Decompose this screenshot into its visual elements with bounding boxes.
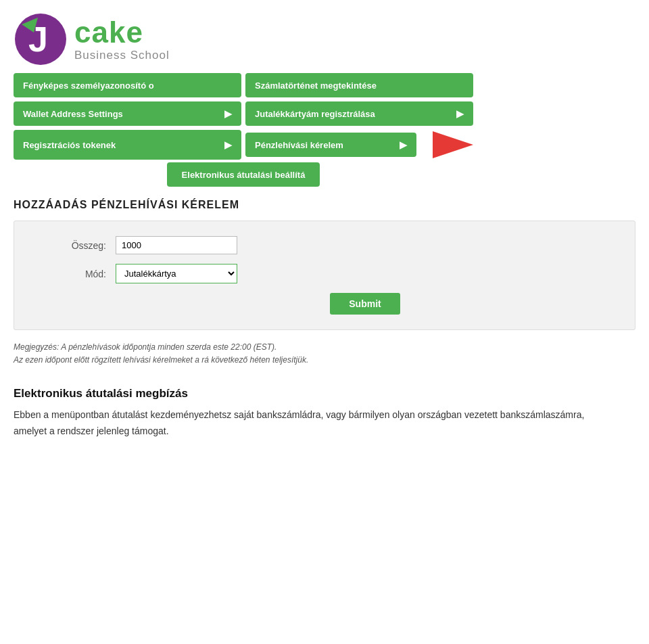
- nav-btn-wallet-address[interactable]: Wallet Address Settings ▶: [14, 101, 241, 126]
- notes-area: Megjegyzés: A pénzlehívások időpontja mi…: [0, 341, 406, 367]
- wallet-arrow-icon: ▶: [224, 108, 232, 119]
- nav-btn-photo-id[interactable]: Fényképes személyazonosító o: [14, 73, 241, 97]
- token-arrow-icon: ▶: [224, 139, 232, 150]
- note-line1: Megjegyzés: A pénzlehívások időpontja mi…: [14, 341, 392, 354]
- svg-marker-3: [433, 131, 473, 158]
- amount-input[interactable]: [116, 236, 237, 254]
- logo-text-area: cake Business School: [74, 16, 170, 62]
- note-line2: Az ezen időpont előtt rögzített lehívási…: [14, 354, 392, 367]
- amount-label: Összeg:: [34, 240, 116, 251]
- bottom-text: Ebben a menüpontban átutalást kezdeménye…: [14, 407, 595, 440]
- bottom-section: Elektronikus átutalási megbízás Ebben a …: [0, 367, 608, 453]
- logo-business-text: Business School: [74, 49, 170, 62]
- nav-buttons-grid: Fényképes személyazonosító o Számlatörté…: [14, 73, 473, 160]
- mode-label: Mód:: [34, 269, 116, 279]
- penzlehivas-row: Pénzlehívási kérelem ▶: [245, 130, 473, 160]
- penzlehivas-arrow-icon: ▶: [400, 139, 407, 150]
- nav-btn-penzlehivas[interactable]: Pénzlehívási kérelem ▶: [245, 133, 416, 157]
- submit-row: Submit: [34, 293, 615, 315]
- nav-btn-account-history[interactable]: Számlatörténet megtekintése: [245, 73, 473, 97]
- nav-center-btn-row: Elektronikus átutalási beállítá: [14, 162, 473, 187]
- amount-row: Összeg:: [34, 236, 615, 254]
- section-title: HOZZÁADÁS PÉNZLEHÍVÁSI KÉRELEM: [14, 199, 635, 211]
- logo-area: J cake Business School: [14, 12, 170, 66]
- submit-button[interactable]: Submit: [330, 293, 400, 315]
- bottom-title: Elektronikus átutalási megbízás: [14, 387, 595, 400]
- red-arrow-svg: [426, 130, 473, 160]
- mode-row: Mód: Jutalékkártya Bankátutalás: [34, 264, 615, 283]
- form-container: Összeg: Mód: Jutalékkártya Bankátutalás …: [14, 221, 635, 330]
- nav-btn-reg-tokens[interactable]: Regisztrációs tokenek ▶: [14, 130, 241, 160]
- reward-arrow-icon: ▶: [456, 108, 464, 119]
- nav-btn-reward-card-register[interactable]: Jutalékkártyám regisztrálása ▶: [245, 101, 473, 126]
- logo-cake-text: cake: [74, 16, 170, 49]
- red-arrow-indicator: [426, 130, 473, 160]
- mode-select[interactable]: Jutalékkártya Bankátutalás: [116, 264, 237, 283]
- nav-btn-electronic-transfer[interactable]: Elektronikus átutalási beállítá: [167, 162, 320, 187]
- logo-icon: J: [14, 12, 68, 66]
- main-content: HOZZÁADÁS PÉNZLEHÍVÁSI KÉRELEM Összeg: M…: [0, 187, 649, 330]
- header: J cake Business School: [0, 0, 649, 73]
